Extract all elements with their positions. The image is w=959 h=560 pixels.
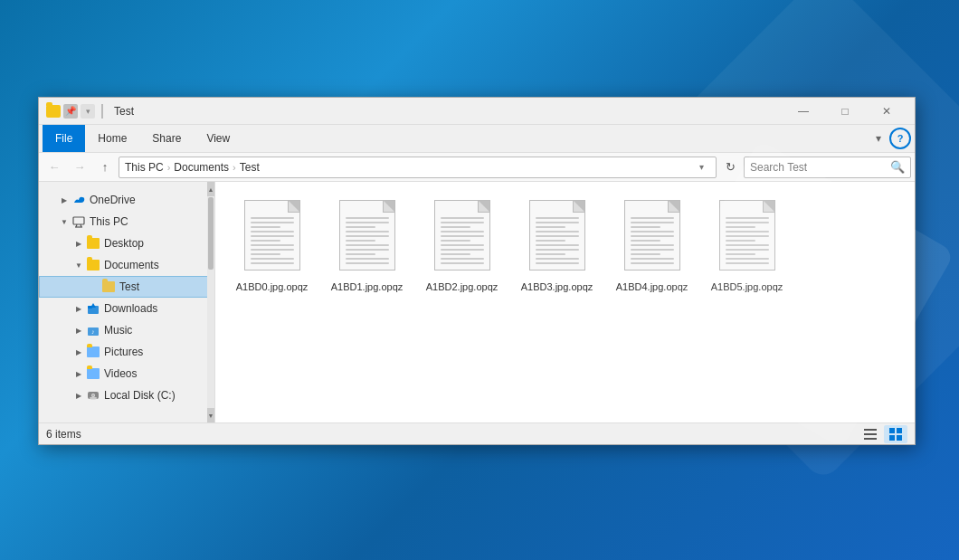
sidebar-label-onedrive: OneDrive <box>90 194 136 206</box>
svg-marker-6 <box>90 303 96 308</box>
tab-view[interactable]: View <box>194 125 242 152</box>
file-icon-0 <box>241 200 304 277</box>
tab-share[interactable]: Share <box>139 125 194 152</box>
breadcrumb-this-pc[interactable]: This PC <box>125 161 164 174</box>
desktop-folder-icon <box>86 236 100 251</box>
sidebar-item-test[interactable]: ▶ Test <box>39 276 214 298</box>
search-icon[interactable]: 🔍 <box>890 160 905 174</box>
file-icon-2 <box>431 200 494 277</box>
breadcrumb-documents[interactable]: Documents <box>174 161 229 174</box>
file-item-3[interactable]: A1BD3.jpg.opqz <box>514 195 600 298</box>
svg-rect-0 <box>73 217 84 224</box>
expand-arrow-local-disk[interactable]: ▶ <box>71 388 86 403</box>
sidebar-item-onedrive[interactable]: ▶ OneDrive <box>39 189 214 211</box>
view-tiles-button[interactable] <box>884 425 907 443</box>
address-input[interactable]: This PC › Documents › Test ▾ <box>119 157 717 178</box>
svg-rect-15 <box>864 438 877 440</box>
address-dropdown-arrow[interactable]: ▾ <box>692 162 710 172</box>
sidebar-item-documents[interactable]: ▼ Documents <box>39 254 214 276</box>
scrollbar-down[interactable]: ▼ <box>207 408 214 422</box>
sidebar-item-videos[interactable]: ▶ Videos <box>39 363 214 384</box>
file-item-2[interactable]: A1BD2.jpg.opqz <box>419 195 505 298</box>
explorer-window: 📌 ▾ Test — □ ✕ File Home Share View ▾ ? … <box>38 97 916 445</box>
sidebar-item-desktop[interactable]: ▶ Desktop <box>39 233 214 254</box>
expand-arrow-pictures[interactable]: ▶ <box>71 345 86 359</box>
file-item-4[interactable]: A1BD4.jpg.opqz <box>609 195 695 298</box>
sidebar-item-local-disk[interactable]: ▶ Local Disk (C:) <box>39 384 214 406</box>
expand-arrow-music[interactable]: ▶ <box>71 323 86 337</box>
sidebar-scrollbar[interactable]: ▲ ▼ <box>207 182 214 422</box>
search-box[interactable]: 🔍 <box>744 157 911 178</box>
svg-rect-13 <box>864 429 877 431</box>
sidebar: ▶ OneDrive ▼ This PC <box>39 182 215 422</box>
sidebar-item-pictures[interactable]: ▶ Pictures <box>39 341 214 363</box>
view-details-button[interactable] <box>859 425 882 443</box>
expand-arrow-desktop[interactable]: ▶ <box>71 236 86 251</box>
sidebar-item-this-pc[interactable]: ▼ This PC <box>39 211 214 233</box>
up-button[interactable]: ↑ <box>93 156 117 179</box>
file-name-0: A1BD0.jpg.opqz <box>236 280 309 293</box>
svg-text:♪: ♪ <box>91 328 95 335</box>
onedrive-icon <box>71 193 86 207</box>
downloads-folder-icon <box>86 301 100 316</box>
expand-arrow-downloads[interactable]: ▶ <box>71 301 86 316</box>
test-folder-icon <box>101 280 116 294</box>
expand-arrow-videos[interactable]: ▶ <box>71 366 86 381</box>
svg-rect-18 <box>889 435 895 441</box>
file-icon-3 <box>526 200 589 277</box>
sidebar-label-local-disk: Local Disk (C:) <box>104 389 176 402</box>
forward-button[interactable]: → <box>68 156 91 179</box>
breadcrumb-sep-2: › <box>233 162 236 173</box>
sidebar-item-music[interactable]: ▶ ♪ Music <box>39 319 214 341</box>
file-name-1: A1BD1.jpg.opqz <box>331 280 404 293</box>
pictures-folder-icon <box>86 345 100 359</box>
scrollbar-thumb[interactable] <box>208 197 214 270</box>
close-button[interactable]: ✕ <box>866 98 907 125</box>
sidebar-label-videos: Videos <box>104 367 137 380</box>
breadcrumb-test: Test <box>240 161 260 174</box>
refresh-button[interactable]: ↻ <box>718 156 742 179</box>
ribbon-expand-button[interactable]: ▾ <box>868 128 889 149</box>
svg-rect-14 <box>864 433 877 435</box>
expand-arrow-this-pc[interactable]: ▼ <box>57 214 71 229</box>
file-pane: A1BD0.jpg.opqz A <box>215 182 915 422</box>
expand-arrow-documents[interactable]: ▼ <box>71 258 86 272</box>
music-folder-icon: ♪ <box>86 323 100 337</box>
file-name-4: A1BD4.jpg.opqz <box>616 280 688 293</box>
file-item-5[interactable]: A1BD5.jpg.opqz <box>704 195 790 298</box>
svg-rect-16 <box>889 428 895 433</box>
back-button[interactable]: ← <box>43 156 66 179</box>
file-item-0[interactable]: A1BD0.jpg.opqz <box>229 195 315 298</box>
minimize-button[interactable]: — <box>783 98 824 125</box>
tab-file[interactable]: File <box>43 125 85 152</box>
breadcrumb-sep-1: › <box>167 162 171 173</box>
tab-home[interactable]: Home <box>85 125 139 152</box>
file-name-2: A1BD2.jpg.opqz <box>426 280 498 293</box>
help-button[interactable]: ? <box>889 128 911 149</box>
content-area: ▶ OneDrive ▼ This PC <box>39 182 915 422</box>
sidebar-label-test: Test <box>119 280 139 293</box>
file-item-1[interactable]: A1BD1.jpg.opqz <box>324 195 410 298</box>
file-name-5: A1BD5.jpg.opqz <box>711 280 783 293</box>
divider <box>101 104 103 119</box>
videos-folder-icon <box>86 366 100 381</box>
svg-rect-17 <box>897 428 902 433</box>
file-icon-5 <box>716 200 779 277</box>
sidebar-label-documents: Documents <box>104 259 159 271</box>
search-input[interactable] <box>750 161 887 174</box>
documents-folder-icon <box>86 258 100 272</box>
title-bar: 📌 ▾ Test — □ ✕ <box>39 98 915 125</box>
sidebar-item-downloads[interactable]: ▶ Downloads <box>39 298 214 319</box>
file-icon-1 <box>336 200 399 277</box>
file-grid: A1BD0.jpg.opqz A <box>224 191 906 302</box>
sidebar-label-desktop: Desktop <box>104 237 144 250</box>
expand-arrow-onedrive[interactable]: ▶ <box>57 193 71 207</box>
scrollbar-up[interactable]: ▲ <box>207 182 214 196</box>
status-bar: 6 items <box>39 422 915 444</box>
address-bar: ← → ↑ This PC › Documents › Test ▾ ↻ 🔍 <box>39 153 915 182</box>
window-controls: — □ ✕ <box>783 98 907 125</box>
item-count: 6 items <box>46 428 859 441</box>
sidebar-label-this-pc: This PC <box>90 215 128 228</box>
maximize-button[interactable]: □ <box>824 98 866 125</box>
sidebar-label-pictures: Pictures <box>104 346 143 358</box>
